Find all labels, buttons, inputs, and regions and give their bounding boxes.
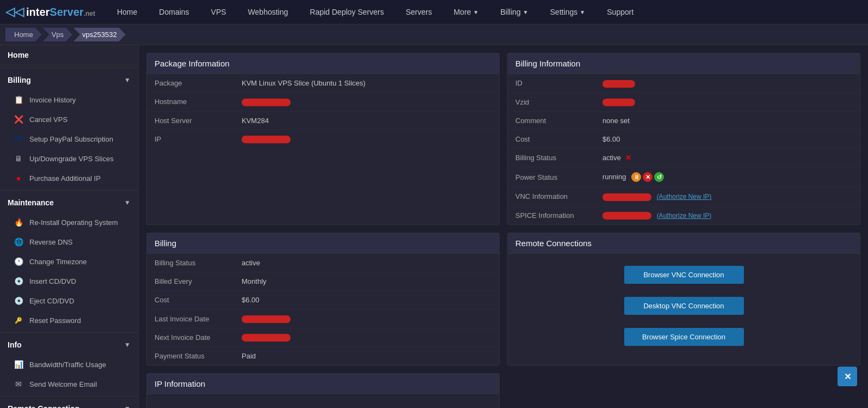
billing-info-body: ID Vzid Comment none set Cost $6.00 Bill… bbox=[508, 74, 860, 224]
power-stop-icon[interactable]: ✕ bbox=[643, 172, 652, 182]
power-restart-icon[interactable]: ↺ bbox=[654, 172, 664, 182]
ip-redacted bbox=[242, 136, 291, 143]
package-label: Package bbox=[155, 79, 242, 87]
vnc-info-row: VNC Information (Authorize New IP) bbox=[508, 187, 860, 206]
billed-every-value: Monthly bbox=[242, 277, 491, 285]
vnc-info-value: (Authorize New IP) bbox=[602, 192, 852, 201]
sidebar-paypal-label: Setup PayPal Subscription bbox=[29, 135, 113, 143]
vnc-redacted bbox=[602, 193, 651, 201]
package-row: Package KVM Linux VPS Slice (Ubuntu 1 Sl… bbox=[147, 74, 499, 93]
sidebar-billing-label: Billing bbox=[8, 76, 31, 84]
last-invoice-redacted bbox=[242, 315, 291, 323]
billing-section-chevron: ▼ bbox=[124, 76, 131, 84]
nav-webhosting[interactable]: Webhosting bbox=[237, 0, 299, 24]
hostname-value bbox=[242, 98, 491, 106]
billing-status-label: Billing Status bbox=[515, 154, 602, 162]
nav-more[interactable]: More ▼ bbox=[443, 0, 490, 24]
browser-spice-button[interactable]: Browser Spice Connection bbox=[624, 328, 744, 346]
sidebar-section-billing[interactable]: Billing ▼ bbox=[0, 70, 138, 90]
nav-servers[interactable]: Servers bbox=[395, 0, 442, 24]
nav-items: Home Domains VPS Webhosting Rapid Deploy… bbox=[106, 0, 863, 24]
nav-support[interactable]: Support bbox=[596, 0, 644, 24]
purchase-ip-icon: ● bbox=[13, 173, 24, 184]
sidebar-item-reverse-dns[interactable]: 🌐 Reverse DNS bbox=[0, 232, 138, 252]
main-content: Package Information Package KVM Linux VP… bbox=[139, 45, 868, 408]
breadcrumb-vps[interactable]: Vps bbox=[43, 28, 72, 41]
cost2-value: $6.00 bbox=[242, 296, 491, 304]
sidebar-item-reinstall-os[interactable]: 🔥 Re-Install Operating System bbox=[0, 212, 138, 232]
sidebar-item-updowngrade[interactable]: 🖥 Up/Downgrade VPS Slices bbox=[0, 149, 138, 168]
power-pause-icon[interactable]: ⏸ bbox=[631, 172, 641, 182]
sidebar-section-maintenance[interactable]: Maintenance ▼ bbox=[0, 193, 138, 212]
sidebar-item-cancel-vps[interactable]: ❌ Cancel VPS bbox=[0, 109, 138, 129]
billing-panel-body: Billing Status active Billed Every Month… bbox=[147, 254, 499, 365]
spice-redacted bbox=[602, 212, 651, 220]
nav-settings[interactable]: Settings ▼ bbox=[539, 0, 596, 24]
ip-value bbox=[242, 135, 491, 144]
sidebar-item-reset-password[interactable]: 🔑 Reset Password bbox=[0, 310, 138, 330]
billing-id-value bbox=[602, 79, 852, 88]
send-email-icon: ✉ bbox=[13, 379, 24, 389]
nav-rapid-deploy[interactable]: Rapid Deploy Servers bbox=[299, 0, 395, 24]
next-invoice-row: Next Invoice Date bbox=[147, 328, 499, 348]
sidebar-item-eject-cd[interactable]: 💿 Eject CD/DVD bbox=[0, 291, 138, 310]
float-button[interactable]: ✕ bbox=[838, 367, 857, 386]
billing-info-header: Billing Information bbox=[508, 53, 860, 74]
sidebar-section-remote[interactable]: Remote Connection ▼ bbox=[0, 399, 138, 408]
top-navigation: ◁◁ interServer.net Home Domains VPS Webh… bbox=[0, 0, 868, 25]
sidebar-item-paypal[interactable]: PP Setup PayPal Subscription bbox=[0, 129, 138, 149]
vzid-label: Vzid bbox=[515, 98, 602, 106]
reset-password-icon: 🔑 bbox=[13, 315, 24, 326]
maintenance-section-chevron: ▼ bbox=[124, 199, 131, 206]
sidebar-item-insert-cd[interactable]: 💿 Insert CD/DVD bbox=[0, 271, 138, 291]
sidebar-reverse-dns-label: Reverse DNS bbox=[29, 238, 72, 246]
sidebar-item-change-timezone[interactable]: 🕐 Change Timezone bbox=[0, 252, 138, 271]
insert-cd-icon: 💿 bbox=[13, 276, 24, 287]
last-invoice-row: Last Invoice Date bbox=[147, 309, 499, 328]
sidebar-item-purchase-ip[interactable]: ● Purchase Additional IP bbox=[0, 168, 138, 188]
more-chevron: ▼ bbox=[473, 9, 479, 15]
spice-authorize-link[interactable]: (Authorize New IP) bbox=[657, 212, 712, 220]
power-status-label: Power Status bbox=[515, 173, 602, 181]
breadcrumb-vps253532[interactable]: vps253532 bbox=[73, 28, 126, 41]
breadcrumb-home[interactable]: Home bbox=[5, 28, 42, 41]
nav-vps[interactable]: VPS bbox=[200, 0, 237, 24]
logo-icon: ◁◁ bbox=[5, 5, 24, 19]
billing-status2-label: Billing Status bbox=[155, 259, 242, 267]
desktop-vnc-button[interactable]: Desktop VNC Connection bbox=[624, 297, 744, 315]
host-server-label: Host Server bbox=[155, 117, 242, 125]
sidebar-item-bandwidth[interactable]: 📊 Bandwidth/Traffic Usage bbox=[0, 355, 138, 374]
sidebar-remote-label: Remote Connection bbox=[8, 404, 79, 408]
nav-home[interactable]: Home bbox=[106, 0, 148, 24]
cost-value: $6.00 bbox=[602, 135, 852, 143]
billing-id-row: ID bbox=[508, 74, 860, 93]
power-status-value: running ⏸ ✕ ↺ bbox=[602, 172, 852, 182]
comment-value: none set bbox=[602, 117, 852, 125]
cost2-row: Cost $6.00 bbox=[147, 291, 499, 309]
cancel-vps-icon: ❌ bbox=[13, 114, 24, 125]
power-icons: ⏸ ✕ ↺ bbox=[631, 172, 664, 182]
sidebar-reset-password-label: Reset Password bbox=[29, 316, 81, 325]
vnc-authorize-link[interactable]: (Authorize New IP) bbox=[657, 193, 712, 200]
sidebar-reinstall-label: Re-Install Operating System bbox=[29, 218, 118, 227]
id-redacted bbox=[602, 80, 635, 88]
package-value: KVM Linux VPS Slice (Ubuntu 1 Slices) bbox=[242, 79, 491, 87]
browser-vnc-button[interactable]: Browser VNC Connection bbox=[624, 266, 744, 284]
nav-domains[interactable]: Domains bbox=[148, 0, 200, 24]
sidebar-item-invoice-history[interactable]: 📋 Invoice History bbox=[0, 90, 138, 109]
spice-info-value: (Authorize New IP) bbox=[602, 211, 852, 220]
sidebar-home[interactable]: Home bbox=[0, 45, 138, 65]
vzid-value bbox=[602, 98, 852, 107]
spice-info-row: SPICE Information (Authorize New IP) bbox=[508, 206, 860, 225]
bandwidth-icon: 📊 bbox=[13, 359, 24, 370]
sidebar-updowngrade-label: Up/Downgrade VPS Slices bbox=[29, 155, 114, 163]
sidebar-item-send-welcome-email[interactable]: ✉ Send Welcome Email bbox=[0, 374, 138, 394]
billing-id-label: ID bbox=[515, 79, 602, 87]
logo-name: interServer.net bbox=[26, 6, 95, 19]
billing-status2-value: active bbox=[242, 259, 491, 267]
spice-info-label: SPICE Information bbox=[515, 211, 602, 220]
sidebar-section-info[interactable]: Info ▼ bbox=[0, 335, 138, 355]
cost-row: Cost $6.00 bbox=[508, 130, 860, 149]
nav-billing[interactable]: Billing ▼ bbox=[490, 0, 539, 24]
logo[interactable]: ◁◁ interServer.net bbox=[5, 1, 106, 23]
